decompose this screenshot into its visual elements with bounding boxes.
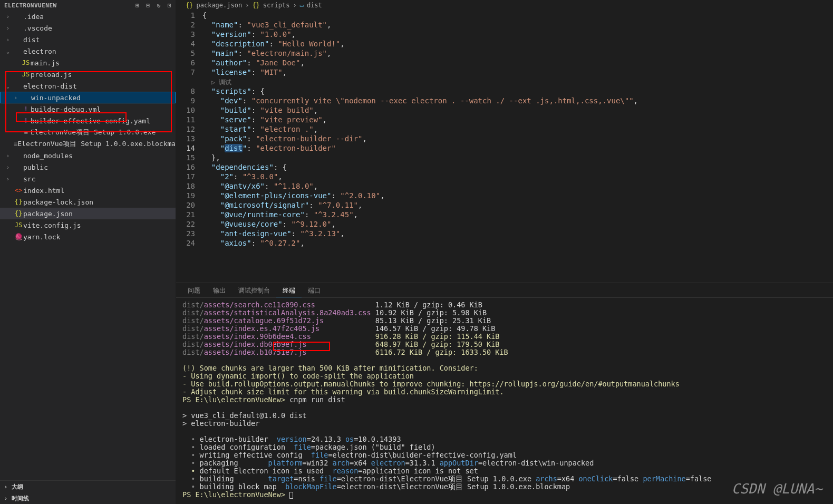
file-explorer: ELECTRONVUENEW ⊞ ⊟ ↻ ⊡ ›.idea›.vscode›di…	[0, 0, 176, 504]
tree-item[interactable]: ›public	[0, 161, 176, 173]
terminal-output[interactable]: dist/assets/search.ce11c090.css 1.12 KiB…	[176, 298, 833, 504]
json-icon: {}	[186, 2, 193, 9]
main-area: {} package.json› {} scripts› ▭ dist 1234…	[176, 0, 833, 504]
timeline-section[interactable]: ›时间线	[0, 492, 176, 504]
code-content[interactable]: { "name": "vue3_cli_default", "version":…	[202, 11, 833, 283]
tree-item[interactable]: !builder-debug.yml	[0, 103, 176, 115]
tree-item[interactable]: ≡ElectronVue项目 Setup 1.0.0.exe.blockmap	[0, 138, 176, 150]
tree-item[interactable]: !builder-effective-config.yaml	[0, 115, 176, 127]
project-title: ELECTRONVUENEW	[4, 2, 132, 9]
tree-item[interactable]: JSpreload.js	[0, 69, 176, 80]
breadcrumb-item[interactable]: dist	[307, 2, 322, 9]
explorer-header: ELECTRONVUENEW ⊞ ⊟ ↻ ⊡	[0, 0, 176, 11]
bottom-panel: 问题输出调试控制台终端端口 dist/assets/search.ce11c09…	[176, 283, 833, 504]
sidebar-bottom: ›大纲 ›时间线	[0, 480, 176, 504]
collapse-icon[interactable]: ⊡	[168, 2, 171, 9]
json-icon: {}	[252, 2, 259, 9]
tree-item[interactable]: ⌄electron	[0, 45, 176, 57]
code-editor[interactable]: 123456789101112131415161718192021222324 …	[176, 11, 833, 283]
panel-tab[interactable]: 调试控制台	[232, 283, 276, 297]
panel-tab[interactable]: 问题	[181, 283, 207, 297]
panel-tabs[interactable]: 问题输出调试控制台终端端口	[176, 283, 833, 298]
panel-tab[interactable]: 端口	[302, 283, 327, 297]
new-file-icon[interactable]: ⊞	[135, 2, 139, 9]
line-gutter: 123456789101112131415161718192021222324	[176, 11, 202, 283]
explorer-actions: ⊞ ⊟ ↻ ⊡	[132, 2, 171, 9]
file-tree[interactable]: ›.idea›.vscode›dist⌄electronJSmain.jsJSp…	[0, 11, 176, 480]
tree-item[interactable]: ›node_modules	[0, 150, 176, 161]
panel-tab[interactable]: 终端	[276, 283, 302, 297]
tree-item[interactable]: ›.idea	[0, 11, 176, 22]
tree-item[interactable]: ›src	[0, 173, 176, 185]
tree-item[interactable]: JSvite.config.js	[0, 219, 176, 231]
tree-item[interactable]: ›dist	[0, 34, 176, 45]
breadcrumb[interactable]: {} package.json› {} scripts› ▭ dist	[176, 0, 833, 11]
tree-item[interactable]: JSmain.js	[0, 57, 176, 69]
tree-item[interactable]: ›.vscode	[0, 22, 176, 34]
tree-item[interactable]: ›win-unpacked	[0, 92, 176, 103]
breadcrumb-item[interactable]: scripts	[263, 2, 290, 9]
tree-item[interactable]: {}package.json	[0, 208, 176, 219]
new-folder-icon[interactable]: ⊟	[146, 2, 150, 9]
tree-item[interactable]: 🧶yarn.lock	[0, 231, 176, 243]
panel-tab[interactable]: 输出	[207, 283, 232, 297]
breadcrumb-item[interactable]: package.json	[196, 2, 242, 9]
tree-item[interactable]: <>index.html	[0, 185, 176, 196]
tree-item[interactable]: ≡ElectronVue项目 Setup 1.0.0.exe	[0, 127, 176, 138]
outline-section[interactable]: ›大纲	[0, 481, 176, 492]
abc-icon: ▭	[300, 2, 304, 9]
tree-item[interactable]: {}package-lock.json	[0, 196, 176, 208]
refresh-icon[interactable]: ↻	[157, 2, 161, 9]
tree-item[interactable]: ⌄electron-dist	[0, 80, 176, 92]
